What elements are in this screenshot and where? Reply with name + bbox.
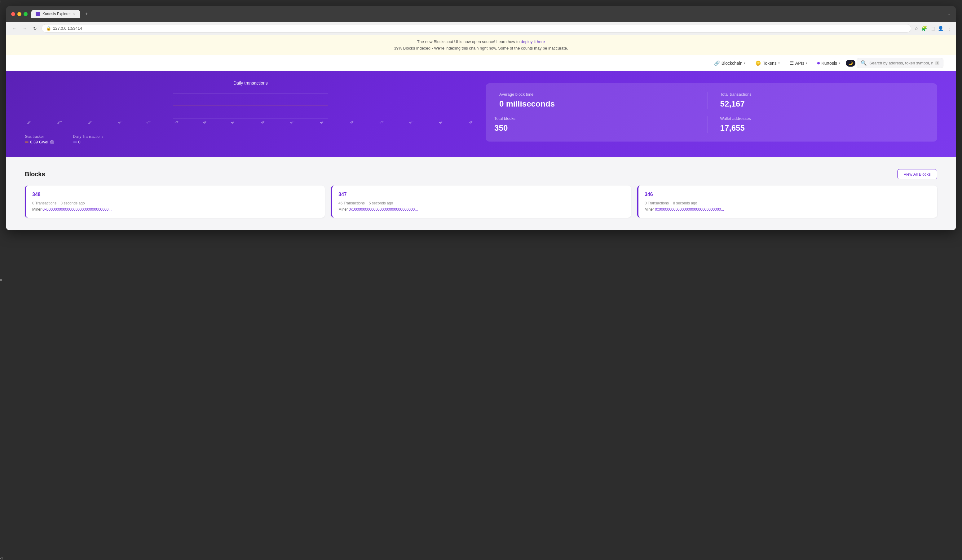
gas-info-icon[interactable]: ⓘ [50,140,54,144]
block-meta-1: 45 Transactions 5 seconds ago [339,201,625,205]
block-meta-2: 0 Transactions 8 seconds ago [645,201,931,205]
block-miner-2: Miner 0x000000000000000000000000000000..… [645,207,931,212]
lock-icon: 🔒 [46,26,51,31]
hero-section: Daily transactions 1 0 -1 [6,71,956,157]
browser-titlebar: Kurtosis Explorer ✕ + ⌄ [6,6,956,22]
search-input[interactable] [869,61,933,65]
block-card-2[interactable]: 346 0 Transactions 8 seconds ago Miner 0… [637,185,937,218]
network-status-dot [817,62,820,64]
chart-section: Daily transactions 1 0 -1 [25,80,476,144]
minimize-button[interactable] [17,12,21,16]
tab-bar: Kurtosis Explorer ✕ + [31,10,944,18]
address-bar[interactable]: 🔒 127.0.0.1:53414 [42,24,911,32]
active-tab[interactable]: Kurtosis Explorer ✕ [31,10,80,18]
stat-total-tx: Total transactions 52,167 [715,92,929,109]
tokens-chevron-icon: ▾ [778,61,780,65]
x-label-7: Jun 10 [230,121,238,125]
stat-avg-block-time: Average block time 0 milliseconds [494,92,708,109]
tab-close-icon[interactable]: ✕ [73,12,76,16]
back-button[interactable]: ← [11,26,18,32]
block-time-2: 8 seconds ago [673,201,697,205]
maximize-button[interactable] [24,12,27,16]
menu-icon[interactable]: ⋮ [947,26,951,31]
chart-svg [25,90,476,121]
block-card-1[interactable]: 347 45 Transactions 5 seconds ago Miner … [331,185,631,218]
nav-tokens[interactable]: 🪙 Tokens ▾ [751,58,784,68]
search-container: 🔍 / [857,58,943,68]
stat-wallet-addresses: Wallet addresses 17,655 [715,116,929,133]
new-tab-button[interactable]: + [82,11,90,17]
x-label-4: Jun 4 [146,121,153,125]
banner-text-content: The new Blockscout UI is now open source… [417,39,520,44]
blocks-section-header: Blocks View All Blocks [25,169,937,179]
nav-blockchain[interactable]: 🔗 Blockchain ▾ [710,58,750,68]
view-all-blocks-button[interactable]: View All Blocks [897,169,937,179]
x-label-9: Jun 14 [289,121,297,125]
apis-chevron-icon: ▾ [806,61,807,65]
miner-address-0[interactable]: 0x000000000000000000000000000000... [42,207,111,212]
total-tx-value: 52,167 [720,99,924,109]
block-miner-0: Miner 0x000000000000000000000000000000..… [32,207,319,212]
block-time-1: 5 seconds ago [369,201,393,205]
total-blocks-label: Total blocks [494,116,702,121]
apis-label: APIs [795,61,805,66]
x-label-6: Jun 8 [202,121,209,125]
block-miner-1: Miner 0x000000000000000000000000000000..… [339,207,625,212]
browser-window: Kurtosis Explorer ✕ + ⌄ ← → ↻ 🔒 127.0.0.… [6,6,956,230]
block-tx-count-1: 45 Transactions [339,201,365,205]
blocks-section-title: Blocks [25,171,45,178]
x-label-0: May 27 [26,121,35,125]
x-label-8: Jun 12 [260,121,268,125]
daily-tx-label: Daily Transactions [73,134,103,139]
avg-block-time-label: Average block time [499,92,702,97]
block-meta-0: 0 Transactions 3 seconds ago [32,201,319,205]
indexing-notice: 39% Blocks Indexed - We're indexing this… [11,46,951,50]
x-label-14: Jun 24 [438,121,446,125]
gas-tracker-label: Gas tracker [25,134,54,139]
browser-chevron-icon: ⌄ [948,12,951,16]
main-content: Blocks View All Blocks 348 0 Transaction… [6,157,956,230]
profile-icon[interactable]: 👤 [938,26,944,31]
network-label: Kurtosis [821,61,837,66]
miner-address-1[interactable]: 0x000000000000000000000000000000... [349,207,418,212]
x-label-15: Jun 26 [468,121,476,125]
x-label-11: Jun 18 [349,121,357,125]
tokens-icon: 🪙 [755,60,761,66]
daily-tx-value: 0 [73,140,103,144]
x-label-10: Jun 16 [319,121,327,125]
nav-apis[interactable]: ☰ APIs ▾ [785,58,812,68]
gas-tracker-legend: Gas tracker 0.39 Gwei ⓘ [25,134,54,144]
url-display: 127.0.0.1:53414 [53,26,82,31]
nav-network[interactable]: Kurtosis ▾ [813,58,844,68]
x-label-2: May 31 [87,121,96,125]
block-number-0: 348 [32,192,319,197]
extension-icon[interactable]: ⬚ [930,26,935,31]
block-tx-count-0: 0 Transactions [32,201,56,205]
x-label-13: Jun 22 [408,121,416,125]
deploy-link[interactable]: deploy it here [521,39,545,44]
block-card-0[interactable]: 348 0 Transactions 3 seconds ago Miner 0… [25,185,325,218]
forward-button[interactable]: → [21,26,29,32]
stat-total-blocks: Total blocks 350 [494,116,708,133]
extension-puzzle-icon[interactable]: 🧩 [922,26,927,31]
bookmark-star-icon[interactable]: ☆ [914,26,918,31]
traffic-lights [11,12,27,16]
stats-section: Average block time 0 milliseconds Total … [486,80,937,144]
block-number-1: 347 [339,192,625,197]
blockchain-icon: 🔗 [714,60,720,66]
chart-legend: Gas tracker 0.39 Gwei ⓘ Daily Transactio… [25,134,476,144]
chart-title: Daily transactions [25,80,476,85]
x-label-5: Jun 6 [174,121,181,125]
daily-tx-value-text: 0 [78,140,81,144]
search-icon: 🔍 [861,60,867,66]
toolbar-icons: ☆ 🧩 ⬚ 👤 ⋮ [914,26,951,31]
miner-address-2[interactable]: 0x000000000000000000000000000000... [655,207,724,212]
gas-value-text: 0.39 Gwei [30,140,48,144]
blocks-grid: 348 0 Transactions 3 seconds ago Miner 0… [25,185,937,218]
close-button[interactable] [11,12,15,16]
total-blocks-value: 350 [494,123,702,133]
hero-inner: Daily transactions 1 0 -1 [25,80,937,144]
theme-toggle-button[interactable]: 🌙 [846,60,855,67]
reload-button[interactable]: ↻ [32,26,39,32]
tab-favicon-icon [36,12,40,16]
